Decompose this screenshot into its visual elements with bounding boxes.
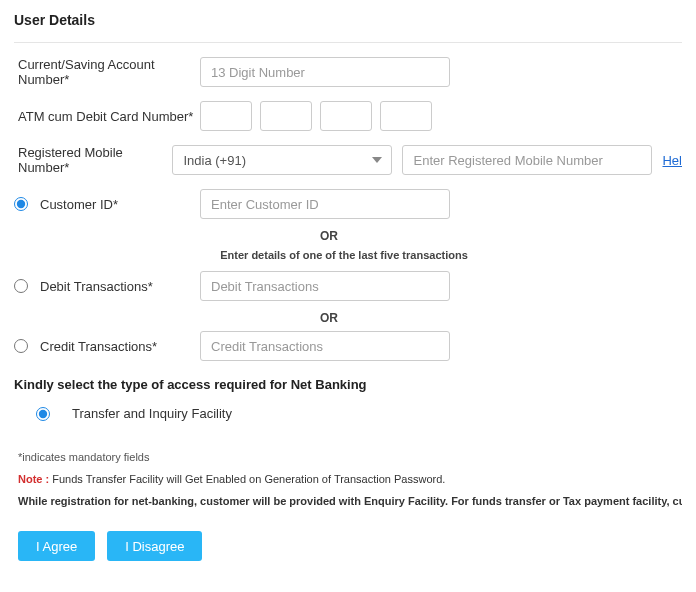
country-code-select[interactable]: India (+91) [172, 145, 392, 175]
note-label: Note : [18, 473, 52, 485]
atm-segment-2[interactable] [260, 101, 312, 131]
agree-button[interactable]: I Agree [18, 531, 95, 561]
debit-txn-label: Debit Transactions* [40, 279, 153, 294]
customer-id-radio[interactable] [14, 197, 28, 211]
chevron-down-icon [372, 157, 382, 163]
registration-note: While registration for net-banking, cust… [18, 495, 682, 507]
credit-txn-radio[interactable] [14, 339, 28, 353]
atm-segment-4[interactable] [380, 101, 432, 131]
or-separator-1: OR [204, 229, 454, 243]
account-number-label: Current/Saving Account Number* [14, 57, 200, 87]
note-body: Funds Transfer Facility will Get Enabled… [52, 473, 445, 485]
customer-id-row: Customer ID* [14, 189, 682, 219]
mobile-row: Registered Mobile Number* India (+91) He… [14, 145, 682, 175]
divider [14, 42, 682, 43]
atm-segment-3[interactable] [320, 101, 372, 131]
atm-card-label: ATM cum Debit Card Number* [14, 109, 200, 124]
atm-segment-1[interactable] [200, 101, 252, 131]
customer-id-label: Customer ID* [40, 197, 118, 212]
or-separator-2: OR [204, 311, 454, 325]
help-link[interactable]: Hel [662, 153, 682, 168]
funds-note: Note : Funds Transfer Facility will Get … [18, 473, 682, 485]
access-option-row: Transfer and Inquiry Facility [14, 406, 682, 421]
access-transfer-label: Transfer and Inquiry Facility [72, 406, 232, 421]
credit-txn-input[interactable] [200, 331, 450, 361]
atm-card-row: ATM cum Debit Card Number* [14, 101, 682, 131]
access-transfer-radio[interactable] [36, 407, 50, 421]
transaction-hint: Enter details of one of the last five tr… [164, 249, 524, 261]
debit-txn-input[interactable] [200, 271, 450, 301]
mobile-number-input[interactable] [402, 145, 652, 175]
debit-txn-radio[interactable] [14, 279, 28, 293]
button-row: I Agree I Disagree [14, 531, 682, 561]
credit-txn-label: Credit Transactions* [40, 339, 157, 354]
country-code-value: India (+91) [183, 153, 246, 168]
account-number-input[interactable] [200, 57, 450, 87]
account-number-row: Current/Saving Account Number* [14, 57, 682, 87]
access-section-title: Kindly select the type of access require… [14, 377, 682, 392]
customer-id-input[interactable] [200, 189, 450, 219]
mandatory-note: *indicates mandatory fields [18, 451, 682, 463]
section-title: User Details [14, 12, 682, 28]
debit-txn-row: Debit Transactions* [14, 271, 682, 301]
credit-txn-row: Credit Transactions* [14, 331, 682, 361]
mobile-label: Registered Mobile Number* [14, 145, 172, 175]
disagree-button[interactable]: I Disagree [107, 531, 202, 561]
